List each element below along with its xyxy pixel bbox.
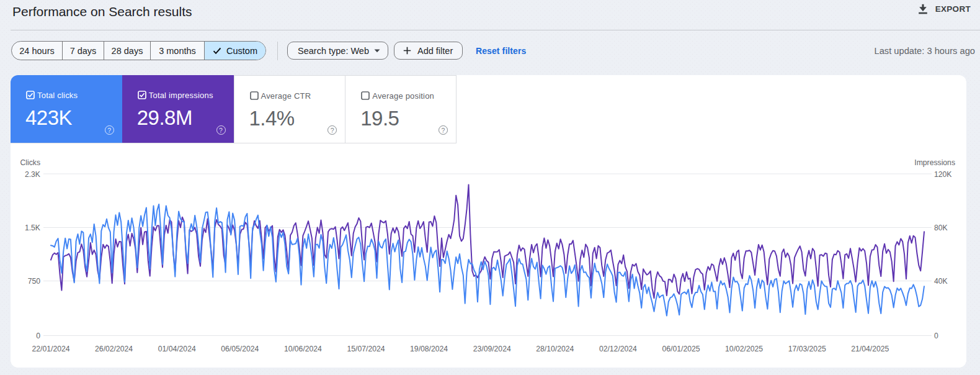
svg-text:06/01/2025: 06/01/2025: [662, 345, 700, 353]
svg-text:2.3K: 2.3K: [25, 170, 40, 179]
svg-text:0: 0: [36, 332, 40, 340]
svg-text:10/06/2024: 10/06/2024: [284, 345, 322, 353]
svg-text:21/04/2025: 21/04/2025: [851, 345, 889, 353]
svg-text:0: 0: [934, 332, 938, 340]
svg-text:22/01/2024: 22/01/2024: [32, 345, 70, 353]
svg-text:26/02/2024: 26/02/2024: [95, 345, 133, 353]
svg-text:1.5K: 1.5K: [25, 224, 40, 232]
svg-text:120K: 120K: [934, 170, 951, 179]
svg-text:80K: 80K: [934, 224, 948, 232]
svg-text:17/03/2025: 17/03/2025: [788, 345, 826, 353]
svg-text:19/08/2024: 19/08/2024: [410, 345, 448, 353]
svg-text:Impressions: Impressions: [914, 158, 955, 167]
svg-text:02/12/2024: 02/12/2024: [599, 345, 637, 353]
svg-text:01/04/2024: 01/04/2024: [158, 345, 196, 353]
svg-text:06/05/2024: 06/05/2024: [221, 345, 259, 353]
svg-text:40K: 40K: [934, 277, 948, 286]
svg-text:Clicks: Clicks: [20, 158, 41, 167]
svg-text:750: 750: [28, 277, 41, 286]
svg-text:15/07/2024: 15/07/2024: [347, 345, 385, 353]
svg-text:23/09/2024: 23/09/2024: [473, 345, 511, 353]
svg-text:28/10/2024: 28/10/2024: [536, 345, 574, 353]
svg-text:10/02/2025: 10/02/2025: [725, 345, 763, 353]
